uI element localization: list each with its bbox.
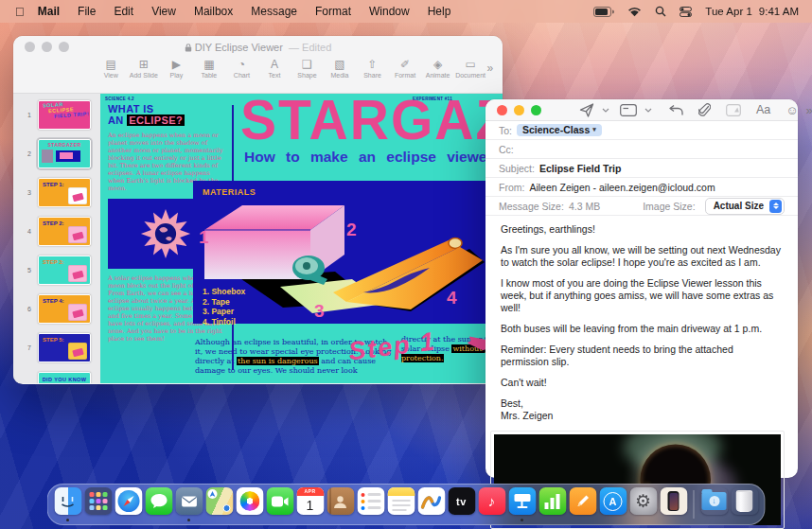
menu-bar-clock[interactable]: Tue Apr 1 9:41 AM	[705, 6, 799, 17]
menu-item-help[interactable]: Help	[428, 5, 451, 18]
emoji-icon[interactable]: ☺	[778, 99, 805, 120]
shape-button[interactable]: ❑Shape	[291, 58, 324, 79]
document-button[interactable]: ▭Document	[454, 58, 487, 79]
menu-item-edit[interactable]: Edit	[114, 5, 133, 18]
notes-icon	[387, 487, 415, 515]
image-size-select[interactable]: Actual Size	[705, 198, 785, 215]
close-button[interactable]	[497, 105, 507, 115]
dock: APR1tv♪A⚙↓	[47, 484, 766, 525]
search-icon[interactable]	[655, 6, 666, 17]
clock-date: Tue Apr 1	[705, 6, 751, 17]
keynote-icon	[508, 487, 536, 515]
dock-item-app-store[interactable]: A	[599, 487, 627, 521]
maps-icon	[205, 487, 233, 515]
chevron-down-icon[interactable]	[644, 99, 655, 120]
menu-item-file[interactable]: File	[78, 5, 96, 18]
slide-thumbnail-6[interactable]: STEP 4:	[38, 294, 91, 324]
menu-item-window[interactable]: Window	[369, 5, 410, 18]
media-button[interactable]: ▧Media	[324, 58, 357, 79]
dock-item-photos[interactable]	[236, 487, 264, 521]
format-aa-icon[interactable]: Aa	[749, 99, 778, 120]
chevron-down-icon[interactable]	[602, 99, 612, 120]
wifi-icon[interactable]	[627, 7, 642, 17]
dock-item-maps[interactable]	[205, 487, 234, 521]
toolbar-overflow-icon[interactable]: »	[486, 58, 493, 75]
document-title[interactable]: DIY Eclipse Viewer	[195, 42, 283, 53]
view-button[interactable]: ▤View	[95, 58, 128, 79]
table-icon: ▦	[203, 58, 214, 71]
format-button[interactable]: ✐Format	[389, 58, 422, 79]
undo-icon[interactable]	[661, 99, 691, 120]
photos-icon	[236, 487, 263, 515]
dock-item-mail[interactable]	[175, 487, 203, 521]
chart-button[interactable]: ◔Chart	[225, 58, 258, 79]
minimize-button[interactable]	[514, 105, 524, 115]
slide-thumbnail-3[interactable]: STEP 1:	[38, 178, 91, 207]
text-button[interactable]: AText	[258, 58, 291, 79]
table-button[interactable]: ▦Table	[193, 58, 226, 79]
dock-item-launchpad[interactable]	[84, 487, 113, 521]
dock-item-safari[interactable]	[115, 487, 143, 521]
recipient-token[interactable]: Science-Class▾	[517, 124, 602, 136]
animate-button[interactable]: ◈Animate	[421, 58, 454, 79]
slide-thumbnail-4[interactable]: STEP 2:	[38, 217, 91, 246]
media-icon: ▧	[334, 58, 344, 71]
slide-thumbnail-8[interactable]: DID YOU KNOW	[38, 372, 91, 383]
dock-item-freeform[interactable]	[417, 487, 446, 521]
zoom-button[interactable]	[531, 105, 541, 115]
dock-item-facetime[interactable]	[266, 487, 294, 521]
dock-item-contacts[interactable]	[327, 487, 355, 521]
materials-label: MATERIALS	[203, 187, 256, 197]
slide-thumbnail-5[interactable]: STEP 3:	[38, 256, 91, 285]
dock-item-music[interactable]: ♪	[478, 487, 506, 521]
slide-thumbnail-2[interactable]: STARGAZER	[38, 139, 91, 168]
slide-thumbnail-1[interactable]: SOLARECLIPSEFIELD TRIP!	[38, 100, 91, 130]
body-paragraph: Can't wait!	[501, 377, 783, 389]
menu-item-mailbox[interactable]: Mailbox	[194, 5, 233, 18]
dock-item-keynote[interactable]	[508, 487, 537, 521]
dock-item-tv[interactable]: tv	[448, 487, 476, 521]
dock-item-notes[interactable]	[387, 487, 415, 521]
message-body[interactable]: Greetings, earthlings!As I'm sure you al…	[485, 216, 798, 431]
slide-headline: STARGAZER	[240, 94, 503, 151]
send-icon[interactable]	[572, 99, 602, 120]
more-icon[interactable]: »	[806, 103, 812, 117]
dock-item-downloads[interactable]: ↓	[700, 487, 729, 521]
share-button[interactable]: ⇧Share	[356, 58, 389, 79]
battery-icon[interactable]	[593, 7, 614, 17]
slide-thumbnail-row: 7STEP 5:	[13, 331, 100, 364]
menu-item-format[interactable]: Format	[315, 5, 351, 18]
from-field[interactable]: From: Aileen Zeigen - aileen.zeigen@iclo…	[485, 178, 798, 197]
dock-item-pages[interactable]	[569, 487, 597, 521]
dock-item-trash[interactable]	[731, 487, 759, 521]
dock-item-iphone-mirroring[interactable]	[660, 487, 688, 521]
dock-item-messages[interactable]	[145, 487, 173, 521]
to-field[interactable]: To: Science-Class▾	[485, 121, 798, 140]
system-settings-icon: ⚙	[629, 487, 657, 515]
pages-icon	[569, 487, 596, 515]
toolbar-label: Format	[395, 72, 415, 79]
attach-icon[interactable]	[691, 99, 718, 120]
from-label: From:	[499, 182, 524, 193]
apple-logo-icon[interactable]: 	[15, 5, 25, 19]
dock-item-system-settings[interactable]: ⚙	[629, 487, 658, 521]
add-slide-button[interactable]: ⊞Add Slide	[128, 58, 161, 79]
play-button[interactable]: ▶Play	[160, 58, 193, 79]
markup-icon[interactable]	[718, 99, 749, 120]
dock-item-finder[interactable]	[54, 487, 82, 521]
dock-item-calendar[interactable]: APR1	[296, 487, 325, 521]
toolbar-label: Share	[363, 72, 381, 79]
menu-item-message[interactable]: Message	[251, 5, 297, 18]
slide-thumbnail-7[interactable]: STEP 5:	[38, 333, 91, 362]
subject-field[interactable]: Subject: Eclipse Field Trip	[485, 159, 798, 178]
view-icon: ▤	[106, 58, 116, 71]
materials-list-item: 1. Shoebox	[203, 287, 245, 297]
dock-item-reminders[interactable]	[357, 487, 385, 521]
header-fields-icon[interactable]	[612, 99, 644, 120]
chart-icon: ◔	[238, 58, 245, 71]
control-center-icon[interactable]	[680, 7, 692, 17]
cc-field[interactable]: Cc:	[485, 140, 798, 159]
menu-item-mail[interactable]: Mail	[38, 5, 60, 18]
dock-item-numbers[interactable]	[538, 487, 567, 521]
menu-item-view[interactable]: View	[151, 5, 176, 18]
